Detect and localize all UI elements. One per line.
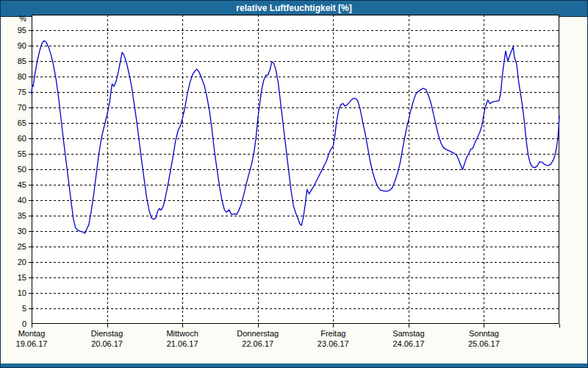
y-tick-label: 80 <box>18 72 26 81</box>
x-date-label: 25.06.17 <box>468 339 500 348</box>
y-axis-unit-label: % <box>19 14 26 23</box>
y-tick-label: 5 <box>22 304 26 313</box>
x-date-label: 22.06.17 <box>242 339 273 348</box>
x-day-label: Montag <box>18 329 46 338</box>
y-tick-label: 10 <box>18 289 26 297</box>
x-day-label: Samstag <box>392 329 424 338</box>
y-tick-label: 30 <box>18 227 26 236</box>
y-tick-label: 60 <box>18 134 26 143</box>
y-tick-label: 90 <box>18 41 26 50</box>
humidity-chart: 05101520253035404550556065707580859095%M… <box>1 1 587 352</box>
y-tick-label: 0 <box>22 319 26 328</box>
y-tick-label: 40 <box>18 196 26 205</box>
x-date-label: 19.06.17 <box>16 339 48 348</box>
x-date-label: 21.06.17 <box>167 339 198 348</box>
y-tick-label: 55 <box>18 149 26 158</box>
y-tick-label: 85 <box>18 57 26 66</box>
y-tick-label: 75 <box>18 88 26 96</box>
x-day-label: Freitag <box>320 329 345 338</box>
x-date-label: 20.06.17 <box>91 339 123 348</box>
y-tick-label: 20 <box>18 258 26 266</box>
y-tick-label: 70 <box>18 103 26 112</box>
x-date-label: 24.06.17 <box>392 339 424 348</box>
x-day-label: Donnerstag <box>237 329 279 338</box>
y-tick-label: 35 <box>18 211 26 220</box>
plot-area <box>32 15 559 324</box>
y-tick-label: 25 <box>18 242 26 251</box>
x-day-label: Mittwoch <box>166 329 198 338</box>
x-day-label: Sonntag <box>469 329 499 338</box>
chart-window: relative Luftfeuchtigkeit [%] 0510152025… <box>0 0 588 368</box>
window-bottom-border <box>1 363 587 367</box>
y-tick-label: 95 <box>18 26 26 35</box>
y-tick-label: 45 <box>18 180 26 189</box>
y-tick-label: 50 <box>18 165 26 174</box>
x-day-label: Dienstag <box>91 329 123 338</box>
x-date-label: 23.06.17 <box>318 339 349 348</box>
y-tick-label: 65 <box>18 118 26 127</box>
y-tick-label: 15 <box>18 273 26 282</box>
